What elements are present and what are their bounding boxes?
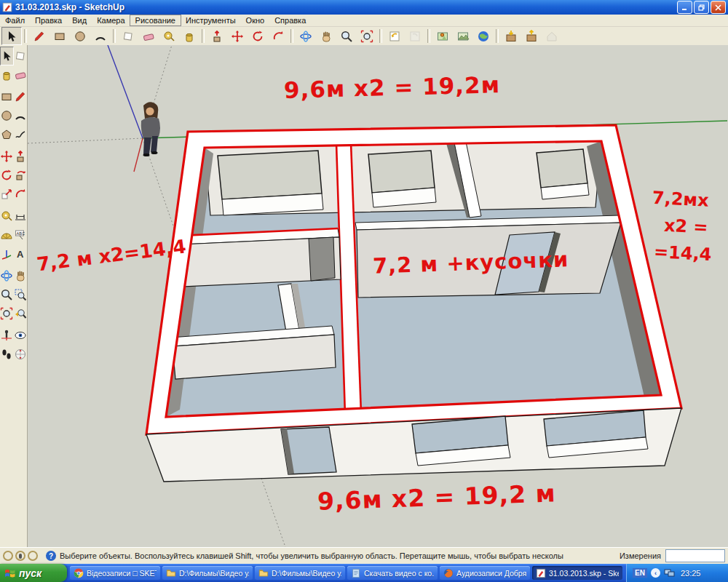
zoom-icon xyxy=(0,288,13,301)
scale-tool-button[interactable] xyxy=(0,185,14,204)
floor-plan-model[interactable] xyxy=(146,125,681,482)
toggle-terrain-button[interactable] xyxy=(453,27,473,45)
tray-collapse-icon[interactable]: ‹ xyxy=(651,568,660,578)
rotate-tool-button[interactable] xyxy=(248,27,268,45)
model-canvas[interactable] xyxy=(28,45,728,547)
axes-tool-button[interactable] xyxy=(0,244,14,263)
component-house-button[interactable] xyxy=(542,27,562,45)
text-tool-button[interactable]: ABC xyxy=(14,226,28,244)
follow-me-button[interactable] xyxy=(14,166,28,185)
restore-button[interactable] xyxy=(694,1,709,14)
previous-view-icon xyxy=(388,30,401,43)
dimension-icon xyxy=(14,210,27,223)
move-tool-button[interactable] xyxy=(0,147,14,166)
minimize-button[interactable] xyxy=(677,1,692,14)
annotation-right-line3: =14,4 xyxy=(653,239,712,268)
menu-edit[interactable]: Правка xyxy=(30,15,67,25)
orbit-tool-button[interactable] xyxy=(296,27,316,45)
status-circle-icon[interactable] xyxy=(28,551,38,561)
zoom-window-button[interactable] xyxy=(14,285,28,304)
add-location-button[interactable] xyxy=(432,27,453,45)
make-component-button[interactable] xyxy=(118,27,138,45)
tape-measure-button[interactable] xyxy=(159,27,179,45)
taskbar-item-folder-1[interactable]: D:\Фильмы\Видео у... xyxy=(162,566,253,580)
rotate-tool-button[interactable] xyxy=(0,166,14,185)
google-earth-button[interactable] xyxy=(473,27,494,45)
line-tool-button[interactable] xyxy=(29,27,50,45)
arc-tool-button[interactable] xyxy=(90,27,111,45)
offset-tool-button[interactable] xyxy=(14,185,28,204)
pan-tool-button[interactable] xyxy=(316,27,336,45)
freehand-tool-button[interactable] xyxy=(14,125,28,144)
start-button[interactable]: пуск xyxy=(0,564,67,582)
back-window-center xyxy=(368,151,435,193)
zoom-extents-button[interactable] xyxy=(357,27,377,45)
section-plane-button[interactable] xyxy=(14,345,28,364)
pan-tool-button[interactable] xyxy=(14,266,28,285)
help-icon[interactable]: ? xyxy=(46,551,56,561)
push-pull-button[interactable] xyxy=(207,27,227,45)
menu-help[interactable]: Справка xyxy=(269,15,311,25)
eraser-icon xyxy=(14,68,27,81)
paint-bucket-button[interactable] xyxy=(0,65,14,84)
next-view-button[interactable] xyxy=(405,27,425,45)
make-component-button[interactable] xyxy=(14,47,27,65)
status-circle-icon[interactable] xyxy=(15,551,25,561)
taskbar-item-firefox[interactable]: Аудиозаписи Добряк... xyxy=(440,566,530,580)
status-circle-icon[interactable] xyxy=(3,551,13,561)
menu-file[interactable]: Файл xyxy=(0,15,30,25)
rectangle-tool-button[interactable] xyxy=(0,87,14,106)
taskbar-clock[interactable]: 23:25 xyxy=(681,569,701,578)
orbit-tool-button[interactable] xyxy=(0,266,14,285)
protractor-tool-button[interactable] xyxy=(0,226,14,244)
eraser-tool-button[interactable] xyxy=(138,27,159,45)
zoom-window-icon xyxy=(14,288,27,301)
menu-draw[interactable]: Рисование xyxy=(130,15,181,25)
menu-window[interactable]: Окно xyxy=(241,15,270,25)
push-pull-button[interactable] xyxy=(14,147,28,166)
make-component-icon xyxy=(14,49,27,63)
taskbar-item-download[interactable]: Скачать видео с ко... xyxy=(347,566,438,580)
taskbar-item-browser[interactable]: Відеозаписи □ SKET... xyxy=(70,566,160,580)
paint-bucket-button[interactable] xyxy=(179,27,199,45)
move-tool-button[interactable] xyxy=(227,27,248,45)
toolbar-row xyxy=(0,47,27,65)
menu-tools[interactable]: Инструменты xyxy=(181,15,241,25)
look-around-button[interactable] xyxy=(14,326,28,345)
polygon-tool-button[interactable] xyxy=(0,125,14,144)
select-tool-button[interactable] xyxy=(0,47,14,65)
arc-tool-button[interactable] xyxy=(14,106,28,125)
taskbar-item-folder-2[interactable]: D:\Фильмы\Видео у... xyxy=(255,566,345,580)
circle-tool-button[interactable] xyxy=(70,27,90,45)
house-icon xyxy=(545,30,558,43)
network-icon[interactable] xyxy=(664,568,676,578)
line-tool-button[interactable] xyxy=(14,87,28,106)
select-tool-button[interactable] xyxy=(1,27,22,45)
dimension-tool-button[interactable] xyxy=(14,207,28,226)
position-camera-button[interactable] xyxy=(0,326,14,345)
get-models-button[interactable] xyxy=(501,27,521,45)
walk-tool-button[interactable] xyxy=(0,345,14,364)
previous-view-button[interactable] xyxy=(384,27,405,45)
close-button[interactable] xyxy=(711,1,726,14)
zoom-tool-button[interactable] xyxy=(336,27,357,45)
move-icon xyxy=(0,150,13,163)
menu-camera[interactable]: Камера xyxy=(92,15,130,25)
svg-text:A: A xyxy=(17,249,24,260)
circle-tool-button[interactable] xyxy=(0,106,14,125)
share-model-button[interactable] xyxy=(521,27,542,45)
3d-text-button[interactable]: A xyxy=(14,244,28,263)
status-hint: Выберите объекты. Воспользуйтесь клавише… xyxy=(60,551,611,560)
menu-view[interactable]: Вид xyxy=(67,15,92,25)
zoom-extents-button[interactable] xyxy=(0,304,14,323)
language-indicator[interactable]: EN xyxy=(633,568,647,578)
rectangle-tool-button[interactable] xyxy=(50,27,70,45)
measurements-input[interactable] xyxy=(665,549,725,562)
zoom-tool-button[interactable] xyxy=(0,285,14,304)
tape-measure-button[interactable] xyxy=(0,207,14,226)
zoom-previous-button[interactable] xyxy=(14,304,28,323)
title-bar[interactable]: 31.03.2013.skp - SketchUp xyxy=(0,0,728,15)
offset-tool-button[interactable] xyxy=(268,27,288,45)
eraser-tool-button[interactable] xyxy=(14,65,28,84)
taskbar-item-sketchup[interactable]: 31.03.2013.skp - Ske... xyxy=(532,566,622,580)
